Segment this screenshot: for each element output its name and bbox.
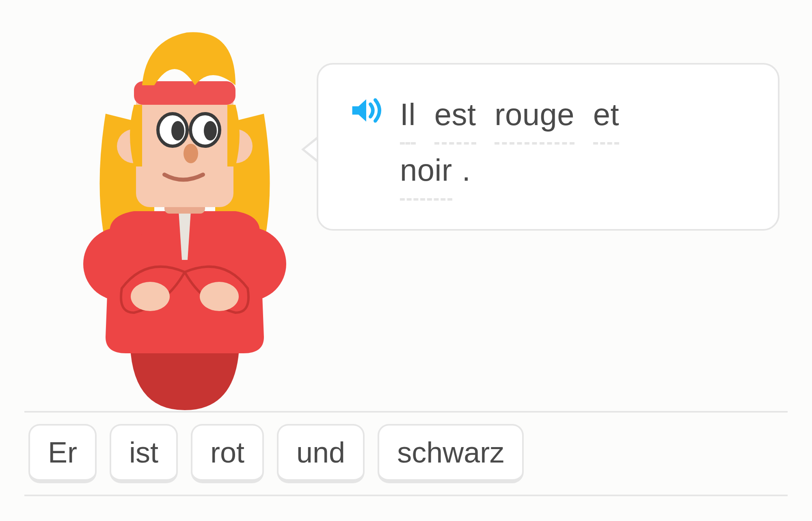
svg-point-12 — [204, 121, 217, 141]
prompt-punct: . — [462, 145, 471, 195]
answer-tile[interactable]: ist — [110, 424, 178, 483]
svg-point-13 — [184, 144, 198, 163]
character-avatar — [73, 4, 296, 414]
speech-bubble: Il est rouge et noir. — [317, 63, 780, 231]
svg-point-3 — [200, 282, 239, 311]
prompt-word[interactable]: rouge — [495, 89, 574, 145]
answer-tile[interactable]: Er — [28, 424, 97, 483]
answer-tile[interactable]: schwarz — [378, 424, 524, 483]
prompt-word[interactable]: et — [593, 89, 619, 145]
prompt-word[interactable]: est — [434, 89, 476, 145]
svg-point-10 — [171, 121, 184, 141]
prompt-word[interactable]: Il — [400, 89, 416, 145]
prompt-word[interactable]: noir — [400, 145, 452, 200]
svg-point-2 — [131, 282, 170, 311]
answer-tile[interactable]: und — [277, 424, 365, 483]
prompt-sentence: Il est rouge et noir. — [400, 89, 629, 201]
speaker-icon[interactable] — [349, 93, 384, 128]
answer-tile[interactable]: rot — [191, 424, 264, 483]
answer-row: Er ist rot und schwarz — [24, 411, 788, 496]
